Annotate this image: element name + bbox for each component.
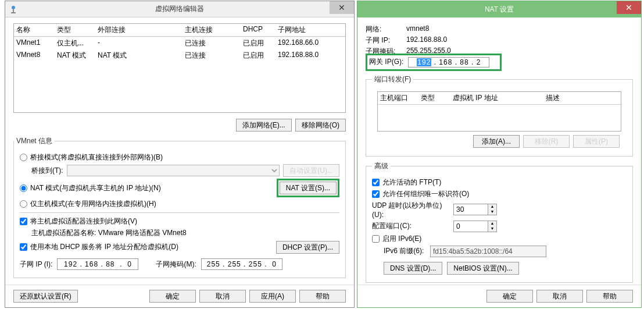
svg-point-0 [12,6,15,9]
allow-ftp-checkbox[interactable]: 允许活动的 FTP(T) [372,177,627,187]
port-forward-table[interactable]: 主机端口 类型 虚拟机 IP 地址 描述 [377,91,621,132]
subnet-ip-input[interactable] [57,258,138,270]
nat-settings-button[interactable]: NAT 设置(S)... [280,182,337,194]
use-dhcp-checkbox[interactable]: 使用本地 DHCP 服务将 IP 地址分配给虚拟机(D) [20,242,178,252]
allow-any-org-checkbox[interactable]: 允许任何组织唯一标识符(O) [372,189,627,199]
ok-button[interactable]: 确定 [149,290,196,303]
ipv6-prefix-label: IPv6 前缀(6): [384,246,430,256]
cancel-button[interactable]: 取消 [199,290,246,303]
vmnet-info-group: VMnet 信息 桥接模式(将虚拟机直接连接到外部网络)(B) 桥接到(T): … [13,136,346,278]
adapter-name-label: 主机虚拟适配器名称: VMware 网络适配器 VMnet8 [31,228,339,238]
col-host-port: 主机端口 [380,93,421,103]
col-host: 主机连接 [185,25,243,35]
nat-settings-window: NAT 设置 ✕ 网络:vmnet8 子网 IP:192.168.88.0 子网… [357,1,642,308]
advanced-group: 高级 允许活动的 FTP(T) 允许任何组织唯一标识符(O) UDP 超时(以秒… [366,161,633,283]
gateway-label: 网关 IP(G): [369,57,403,67]
app-icon [9,5,18,14]
pf-add-button[interactable]: 添加(A)... [473,135,520,148]
dns-settings-button[interactable]: DNS 设置(D)... [384,262,442,275]
table-row[interactable]: VMnet8 NAT 模式 NAT 模式 已连接 已启用 192.168.88.… [14,49,345,62]
titlebar[interactable]: 虚拟网络编辑器 ✕ [5,1,354,17]
col-name: 名称 [16,25,57,35]
col-subnet: 子网地址 [278,25,348,35]
close-button[interactable]: ✕ [617,1,641,14]
network-table[interactable]: 名称 类型 外部连接 主机连接 DHCP 子网地址 VMnet1 仅主机... … [13,23,346,113]
help-button[interactable]: 帮助 [586,290,633,303]
restore-defaults-button[interactable]: 还原默认设置(R) [13,290,78,303]
col-type: 类型 [57,25,98,35]
network-value: vmnet8 [406,24,633,34]
col-desc: 描述 [546,93,598,103]
udp-timeout-label: UDP 超时(以秒为单位)(U): [372,201,453,219]
svg-rect-2 [11,12,16,13]
bridge-radio[interactable]: 桥接模式(将虚拟机直接连接到外部网络)(B) [20,152,339,162]
pf-remove-button[interactable]: 移除(R) [523,135,570,148]
cancel-button[interactable]: 取消 [536,290,583,303]
close-button[interactable]: ✕ [330,1,354,14]
window-title: NAT 设置 [485,5,514,15]
udp-timeout-spinner[interactable]: ▲▼ [453,204,497,215]
window-title: 虚拟网络编辑器 [155,4,204,14]
help-button[interactable]: 帮助 [299,290,346,303]
remove-network-button[interactable]: 移除网络(O) [295,119,346,132]
subnet-ip-label: 子网 IP: [366,35,406,45]
nat-radio[interactable]: NAT 模式(与虚拟机共享主机的 IP 地址)(N) [20,183,161,193]
bridge-to-label: 桥接到(T): [31,166,63,176]
pf-props-button[interactable]: 属性(P) [573,135,620,148]
titlebar[interactable]: NAT 设置 ✕ [357,1,641,17]
col-type: 类型 [421,93,453,103]
bridge-to-select[interactable] [67,165,280,176]
table-header: 名称 类型 外部连接 主机连接 DHCP 子网地址 [14,24,345,37]
advanced-legend: 高级 [372,161,391,171]
subnet-ip-value: 192.168.88.0 [406,35,633,45]
apply-button[interactable]: 应用(A) [249,290,296,303]
gateway-ip-input[interactable]: 192 . 168 . 88 . 2 [408,57,489,68]
virtual-network-editor-window: 虚拟网络编辑器 ✕ 名称 类型 外部连接 主机连接 DHCP 子网地址 VMne… [5,1,355,308]
col-dhcp: DHCP [243,25,278,35]
hostonly-radio[interactable]: 仅主机模式(在专用网络内连接虚拟机)(H) [20,199,339,209]
col-ext: 外部连接 [98,25,185,35]
dhcp-settings-button[interactable]: DHCP 设置(P)... [276,241,339,254]
port-forward-legend: 端口转发(F) [372,74,413,84]
dialog-buttons: 还原默认设置(R) 确定 取消 应用(A) 帮助 [5,285,354,307]
add-network-button[interactable]: 添加网络(E)... [236,119,292,132]
vmnet-info-legend: VMnet 信息 [14,136,55,146]
port-forward-group: 端口转发(F) 主机端口 类型 虚拟机 IP 地址 描述 添加(A)... 移除… [366,74,633,157]
table-row[interactable]: VMnet1 仅主机... - 已连接 已启用 192.168.66.0 [14,37,345,49]
network-label: 网络: [366,24,406,34]
col-vm-ip: 虚拟机 IP 地址 [453,93,546,103]
enable-ipv6-checkbox[interactable]: 启用 IPv6(E) [372,234,627,244]
config-port-spinner[interactable]: ▲▼ [453,221,497,232]
ipv6-prefix-input[interactable] [430,246,546,257]
config-port-label: 配置端口(C): [372,221,453,231]
ok-button[interactable]: 确定 [486,290,533,303]
auto-settings-button[interactable]: 自动设置(U)... [283,164,339,177]
svg-rect-1 [13,9,14,12]
connect-host-checkbox[interactable]: 将主机虚拟适配器连接到此网络(V) [20,216,339,226]
subnet-mask-input[interactable] [201,258,282,270]
netbios-settings-button[interactable]: NetBIOS 设置(N)... [447,262,518,275]
subnet-ip-label: 子网 IP (I): [20,260,52,269]
dialog-buttons: 确定 取消 帮助 [357,285,641,307]
subnet-mask-label: 子网掩码(M): [156,260,196,269]
